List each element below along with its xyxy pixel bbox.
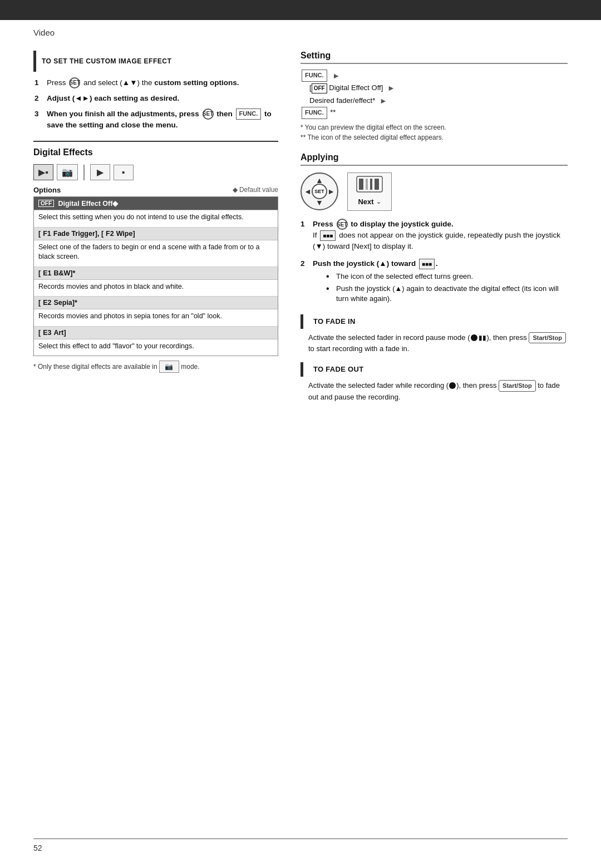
step-3-text: When you finish all the adjustments, pre…: [47, 108, 278, 131]
custom-image-effect-heading: TO SET THE CUSTOM IMAGE EFFECT: [42, 57, 171, 65]
option-desc-2: Records movies and photos in black and w…: [34, 280, 278, 297]
right-column: Setting FUNC. ► [OFF Digital Effect Off]…: [300, 41, 568, 402]
joystick-right-arrow: ►: [327, 187, 335, 196]
off-icon-setting: OFF: [312, 83, 327, 93]
options-label: Options: [33, 186, 61, 194]
option-header-1: [F1 Fade Trigger], [F2 Wipe]: [34, 228, 278, 240]
step-2-num: 2: [35, 93, 42, 104]
svg-rect-4: [375, 179, 379, 190]
setting-flow-row-1: FUNC. ►: [300, 70, 568, 82]
set-icon: SET: [69, 77, 80, 88]
start-stop-btn-2: Start/Stop: [499, 380, 536, 392]
svg-rect-2: [366, 179, 368, 190]
setting-heading: Setting: [300, 51, 568, 64]
bullet-1-text: The icon of the selected effect turns gr…: [336, 272, 473, 282]
content-area: TO SET THE CUSTOM IMAGE EFFECT 1 Press S…: [0, 41, 601, 402]
fade-out-title-row: TO FADE OUT: [300, 362, 568, 377]
step-1-text: Press SET and select (▲▼) the custom set…: [47, 77, 239, 88]
set-icon-apply: SET: [337, 219, 348, 230]
applying-step-1-num: 1: [300, 219, 308, 253]
option-header-0: OFF Digital Effect Off◆: [34, 197, 278, 210]
svg-rect-1: [359, 179, 363, 190]
digital-effects-heading: Digital Effects: [33, 147, 278, 157]
options-table: OFF Digital Effect Off◆ Select this sett…: [33, 196, 278, 356]
setting-flow-row-4: FUNC. **: [300, 107, 568, 119]
fade-in-section: TO FADE IN Activate the selected fader i…: [300, 314, 568, 354]
applying-heading: Applying: [300, 152, 568, 166]
bullet-dot-2: •: [326, 284, 333, 304]
setting-note-2: ** The icon of the selected digital effe…: [300, 132, 568, 142]
option-desc-3: Records movies and photos in sepia tones…: [34, 309, 278, 327]
section-accent-bar: [33, 51, 36, 72]
joystick-diagram: ▲ ▼ ◄ ► SET Next: [300, 172, 568, 211]
fade-in-accent-bar: [300, 314, 303, 329]
digital-effect-icon: ■■■: [320, 230, 336, 241]
option-header-3: [E2 Sepia]*: [34, 297, 278, 309]
svg-rect-3: [370, 179, 372, 190]
option-desc-1: Select one of the faders to begin or end…: [34, 240, 278, 267]
off-icon: OFF: [38, 200, 54, 207]
step-2-text: Adjust (◄►) each setting as desired.: [47, 93, 179, 104]
joystick-left-arrow: ◄: [304, 187, 312, 196]
default-value-label: ◆ Default value: [233, 186, 278, 194]
fade-out-heading: TO FADE OUT: [313, 365, 363, 373]
step-3-num: 3: [35, 108, 42, 131]
page-header: Video: [0, 20, 601, 41]
mode-icon-photo: 📷: [57, 164, 78, 180]
fade-in-body: Activate the selected fader in record pa…: [308, 332, 568, 354]
mode-icon-photo2: ▪: [114, 165, 134, 180]
setting-flow-row-3: Desired fader/effect* ►: [309, 95, 568, 107]
applying-step-2-bullets: • The icon of the selected effect turns …: [326, 272, 568, 304]
fade-in-title-row: TO FADE IN: [300, 314, 568, 329]
next-panel-icon: [353, 175, 386, 196]
divider-rule: [33, 141, 278, 142]
record-dot-2: [449, 382, 456, 389]
option-header-2: [E1 B&W]*: [34, 267, 278, 280]
step-3: 3 When you finish all the adjustments, p…: [35, 108, 278, 131]
joystick-circle: ▲ ▼ ◄ ► SET: [300, 172, 338, 210]
step-1-num: 1: [35, 77, 42, 88]
func-btn-setting: FUNC.: [302, 70, 327, 82]
mode-icons-row: ▶▪ 📷 ▶ ▪: [33, 164, 278, 180]
bullet-2-text: Push the joystick (▲) again to deactivat…: [336, 284, 568, 304]
next-label: Next: [358, 198, 373, 206]
fade-out-body: Activate the selected fader while record…: [308, 380, 568, 402]
step-2: 2 Adjust (◄►) each setting as desired.: [35, 93, 278, 104]
applying-step-2-num: 2: [300, 258, 308, 307]
bullet-dot-1: •: [326, 272, 333, 282]
mode-icon-playback: ▶: [90, 164, 110, 180]
flow-arrow-2: ►: [387, 83, 395, 92]
step-1: 1 Press SET and select (▲▼) the custom s…: [35, 77, 278, 88]
setting-flow-row-2: [OFF Digital Effect Off] ►: [309, 82, 568, 94]
start-stop-btn-1: Start/Stop: [529, 332, 566, 344]
bullet-1: • The icon of the selected effect turns …: [326, 272, 568, 282]
setting-notes: * You can preview the digital effect on …: [300, 122, 568, 142]
record-dot-1: [471, 334, 477, 341]
steps-list: 1 Press SET and select (▲▼) the custom s…: [33, 77, 278, 131]
left-column: TO SET THE CUSTOM IMAGE EFFECT 1 Press S…: [33, 41, 278, 402]
applying-step-1: 1 Press SET to display the joystick guid…: [300, 219, 568, 253]
chevron-down-icon: ⌄: [376, 198, 381, 205]
digital-effect-icon-2: ■■■: [419, 259, 435, 269]
option-desc-0: Select this setting when you do not inte…: [34, 210, 278, 228]
bullet-2: • Push the joystick (▲) again to deactiv…: [326, 284, 568, 304]
footnote: * Only these digital effects are availab…: [33, 361, 278, 373]
option-header-4: [E3 Art]: [34, 327, 278, 339]
fade-in-heading: TO FADE IN: [313, 317, 356, 326]
joystick-up-arrow: ▲: [316, 176, 323, 185]
mode-icon-video: ▶▪: [33, 164, 53, 180]
joystick-down-arrow: ▼: [316, 198, 323, 207]
applying-steps-list: 1 Press SET to display the joystick guid…: [300, 219, 568, 307]
pause-icon-1: ▮▮: [479, 333, 486, 343]
options-header: Options ◆ Default value: [33, 186, 278, 194]
setting-note-1: * You can preview the digital effect on …: [300, 122, 568, 132]
applying-step-2: 2 Push the joystick (▲) toward ■■■. • Th…: [300, 258, 568, 307]
page-number: 52: [33, 844, 42, 852]
flow-arrow-3: ►: [380, 96, 387, 105]
bottom-rule: [33, 839, 568, 839]
flow-arrow-1: ►: [332, 71, 340, 80]
set-icon-2: SET: [203, 108, 214, 120]
top-bar: [0, 0, 601, 20]
func-btn-setting-2: FUNC.: [302, 107, 327, 119]
mode-divider: [83, 165, 85, 180]
